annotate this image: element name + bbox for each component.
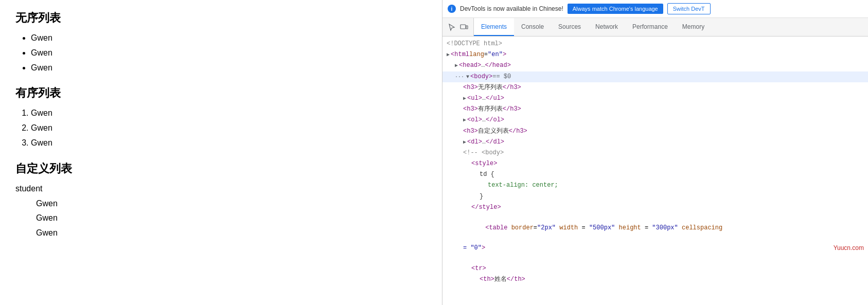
dom-style[interactable]: <style> <box>442 158 868 169</box>
dl-term: student <box>15 182 427 196</box>
tab-sources[interactable]: Sources <box>551 18 588 36</box>
dom-h3-3[interactable]: <h3>自定义列表</h3> <box>442 126 868 137</box>
dom-h3-2[interactable]: <h3>有序列表</h3> <box>442 104 868 115</box>
tab-elements[interactable]: Elements <box>474 18 514 36</box>
notification-text: DevTools is now available in Chinese! <box>460 5 563 12</box>
dom-td-rule[interactable]: td { <box>442 169 868 180</box>
dom-th-name[interactable]: <th>姓名</th> <box>442 274 868 285</box>
devtools-notification-bar: i DevTools is now available in Chinese! … <box>442 0 868 18</box>
dom-body[interactable]: ···▼<body> == $0 <box>442 71 868 82</box>
devtools-tabs-bar: Elements Console Sources Network Perform… <box>442 18 868 37</box>
dom-style-close[interactable]: </style> <box>442 202 868 213</box>
ordered-list: Gwen Gwen Gwen <box>31 106 427 150</box>
cursor-icon[interactable] <box>447 22 457 32</box>
ol-item-3: Gwen <box>31 136 427 151</box>
dl-def-1: Gwen <box>36 196 427 211</box>
section3-heading: 自定义列表 <box>15 161 427 176</box>
dom-close-brace[interactable]: } <box>442 191 868 202</box>
dom-ul[interactable]: ▶<ul>…</ul> <box>442 93 868 104</box>
device-toggle-icon[interactable] <box>459 22 469 32</box>
dom-dl[interactable]: ▶<dl>…</dl> <box>442 137 868 148</box>
ul-item-1: Gwen <box>31 31 427 46</box>
tab-console[interactable]: Console <box>514 18 551 36</box>
watermark: Yuucn.com <box>834 243 864 253</box>
toolbar-icons <box>442 18 474 36</box>
always-match-language-button[interactable]: Always match Chrome's language <box>568 4 663 14</box>
definition-list: student Gwen Gwen Gwen <box>15 182 427 241</box>
section1-heading: 无序列表 <box>15 10 427 26</box>
svg-rect-1 <box>466 26 468 29</box>
dom-ol[interactable]: ▶<ol>…</ol> <box>442 115 868 125</box>
info-icon: i <box>448 5 456 13</box>
tab-performance[interactable]: Performance <box>625 18 675 36</box>
dom-doctype[interactable]: <!DOCTYPE html> <box>442 39 868 49</box>
dom-h3-1[interactable]: <h3>无序列表</h3> <box>442 82 868 93</box>
dom-head[interactable]: ▶<head>…</head> <box>442 60 868 71</box>
ol-item-1: Gwen <box>31 106 427 121</box>
section2-heading: 有序列表 <box>15 85 427 101</box>
unordered-list: Gwen Gwen Gwen <box>31 31 427 75</box>
tab-memory[interactable]: Memory <box>675 18 712 36</box>
dom-table-tag[interactable]: <table border="2px" width = "500px" heig… <box>442 213 868 263</box>
dom-tr[interactable]: <tr> <box>442 263 868 274</box>
ul-item-3: Gwen <box>31 61 427 76</box>
devtools-panel: i DevTools is now available in Chinese! … <box>442 0 868 305</box>
ol-item-2: Gwen <box>31 121 427 136</box>
dl-def-3: Gwen <box>36 226 427 241</box>
ul-item-2: Gwen <box>31 46 427 61</box>
devtools-dom-tree: <!DOCTYPE html> ▶<html lang="en"> ▶<head… <box>442 37 868 305</box>
webpage-panel: 无序列表 Gwen Gwen Gwen 有序列表 Gwen Gwen Gwen … <box>0 0 442 305</box>
dom-text-align[interactable]: text-align: center; <box>442 180 868 191</box>
dl-def-2: Gwen <box>36 211 427 226</box>
tab-network[interactable]: Network <box>588 18 625 36</box>
dom-comment-body[interactable]: <!-- <body> <box>442 148 868 158</box>
switch-devtools-button[interactable]: Switch DevT <box>667 3 711 14</box>
dom-html[interactable]: ▶<html lang="en"> <box>442 49 868 60</box>
svg-rect-0 <box>460 25 466 29</box>
